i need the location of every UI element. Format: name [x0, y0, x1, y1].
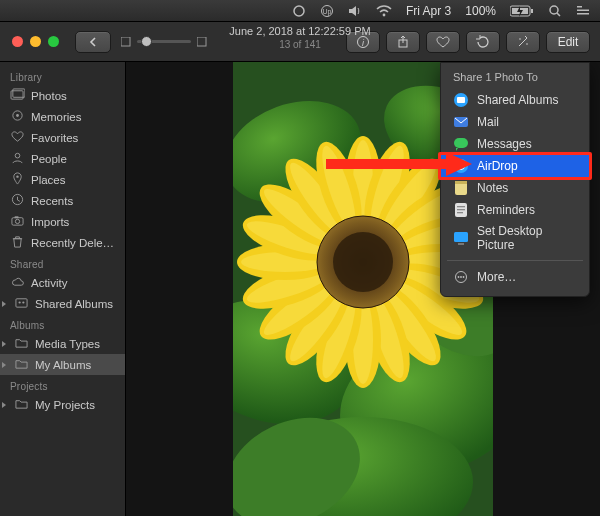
- close-window-button[interactable]: [12, 36, 23, 47]
- sidebar-item-places[interactable]: Places: [0, 169, 125, 190]
- spotlight-icon[interactable]: [548, 4, 562, 18]
- wifi-icon[interactable]: [376, 5, 392, 17]
- sidebar-item-recents[interactable]: Recents: [0, 190, 125, 211]
- sidebar-item-my-projects[interactable]: My Projects: [0, 394, 125, 415]
- sidebar-item-label: Favorites: [31, 132, 78, 144]
- sidebar-item-label: Recents: [31, 195, 73, 207]
- svg-point-7: [550, 6, 558, 14]
- sidebar-item-favorites[interactable]: Favorites: [0, 127, 125, 148]
- sidebar-item-imports[interactable]: Imports: [0, 211, 125, 232]
- svg-point-16: [519, 38, 521, 40]
- zoom-window-button[interactable]: [48, 36, 59, 47]
- svg-point-23: [16, 175, 18, 177]
- share-item-notes[interactable]: Notes: [441, 177, 589, 199]
- sidebar-item-label: My Albums: [35, 359, 91, 371]
- svg-point-61: [460, 276, 462, 278]
- svg-point-3: [383, 13, 386, 16]
- svg-point-0: [294, 6, 304, 16]
- upwork-icon[interactable]: Up: [320, 4, 334, 18]
- window-toolbar: June 2, 2018 at 12:22:59 PM 13 of 141 i …: [0, 22, 600, 62]
- sidebar-item-media-types[interactable]: Media Types: [0, 333, 125, 354]
- shared-albums-icon: [453, 92, 469, 108]
- svg-rect-56: [457, 212, 463, 213]
- favorite-button[interactable]: [426, 31, 460, 53]
- share-item-desktop[interactable]: Set Desktop Picture: [441, 221, 589, 255]
- share-item-shared-albums[interactable]: Shared Albums: [441, 89, 589, 111]
- share-item-label: Mail: [477, 115, 499, 129]
- more-icon: [453, 269, 469, 285]
- sidebar-header: Shared: [0, 253, 125, 272]
- svg-point-17: [526, 43, 528, 45]
- share-item-label: Messages: [477, 137, 532, 151]
- zoom-slider[interactable]: [121, 37, 207, 47]
- share-item-label: Set Desktop Picture: [477, 224, 577, 252]
- share-button[interactable]: [386, 31, 420, 53]
- callout-arrow: [326, 150, 472, 178]
- desktop-icon: [453, 230, 469, 246]
- sidebar-item-label: Photos: [31, 90, 67, 102]
- sidebar-item-label: Recently Dele…: [31, 237, 114, 249]
- notifications-icon[interactable]: [576, 5, 590, 17]
- share-item-mail[interactable]: Mail: [441, 111, 589, 133]
- sidebar-item-label: Imports: [31, 216, 69, 228]
- minimize-window-button[interactable]: [30, 36, 41, 47]
- svg-point-29: [19, 301, 21, 303]
- svg-rect-28: [16, 299, 27, 307]
- share-item-label: AirDrop: [477, 159, 518, 173]
- sidebar-item-label: Shared Albums: [35, 298, 113, 310]
- photo-title: June 2, 2018 at 12:22:59 PM 13 of 141: [229, 25, 370, 51]
- sidebar-item-photos[interactable]: Photos: [0, 85, 125, 106]
- sidebar-item-recently-dele[interactable]: Recently Dele…: [0, 232, 125, 253]
- share-item-reminders[interactable]: Reminders: [441, 199, 589, 221]
- edit-button[interactable]: Edit: [546, 31, 590, 53]
- svg-point-22: [15, 153, 20, 158]
- sidebar-item-label: Media Types: [35, 338, 100, 350]
- sidebar: LibraryPhotosMemoriesFavoritesPeoplePlac…: [0, 62, 126, 516]
- svg-rect-6: [531, 9, 533, 13]
- volume-icon[interactable]: [348, 5, 362, 17]
- sidebar-item-label: Activity: [31, 277, 67, 289]
- svg-point-43: [333, 232, 393, 292]
- svg-rect-27: [15, 216, 19, 218]
- svg-rect-58: [458, 243, 464, 245]
- svg-point-60: [458, 276, 460, 278]
- window-controls: [0, 36, 71, 47]
- menubar-clock[interactable]: Fri Apr 3: [406, 4, 451, 18]
- svg-rect-11: [121, 37, 130, 46]
- share-more-label: More…: [477, 270, 516, 284]
- svg-text:Up: Up: [322, 8, 331, 16]
- enhance-button[interactable]: [506, 31, 540, 53]
- svg-rect-54: [457, 206, 465, 207]
- siri-icon[interactable]: [292, 4, 306, 18]
- rotate-button[interactable]: [466, 31, 500, 53]
- svg-rect-45: [457, 97, 465, 103]
- shared-icon: [14, 296, 29, 311]
- edit-label: Edit: [558, 35, 579, 49]
- svg-rect-9: [577, 9, 589, 11]
- share-item-label: Reminders: [477, 203, 535, 217]
- mail-icon: [453, 114, 469, 130]
- back-button[interactable]: [75, 31, 111, 53]
- sidebar-item-memories[interactable]: Memories: [0, 106, 125, 127]
- sidebar-item-label: Places: [31, 174, 66, 186]
- folder-icon: [14, 397, 29, 412]
- sidebar-item-label: My Projects: [35, 399, 95, 411]
- svg-point-21: [16, 114, 19, 117]
- notes-icon: [453, 180, 469, 196]
- reminders-icon: [453, 202, 469, 218]
- sidebar-item-activity[interactable]: Activity: [0, 272, 125, 293]
- trash-icon: [10, 235, 25, 250]
- svg-point-30: [22, 301, 24, 303]
- clock-icon: [10, 193, 25, 208]
- folder-icon: [14, 357, 29, 372]
- battery-icon[interactable]: [510, 5, 534, 17]
- content-viewer: Share 1 Photo To Shared AlbumsMailMessag…: [126, 62, 600, 516]
- svg-rect-55: [457, 209, 465, 210]
- heart-icon: [10, 130, 25, 145]
- cloud-icon: [10, 275, 25, 290]
- sidebar-item-my-albums[interactable]: My Albums: [0, 354, 125, 375]
- share-more[interactable]: More…: [441, 266, 589, 288]
- sidebar-item-people[interactable]: People: [0, 148, 125, 169]
- system-menubar: Up Fri Apr 3 100%: [0, 0, 600, 22]
- sidebar-item-shared-albums[interactable]: Shared Albums: [0, 293, 125, 314]
